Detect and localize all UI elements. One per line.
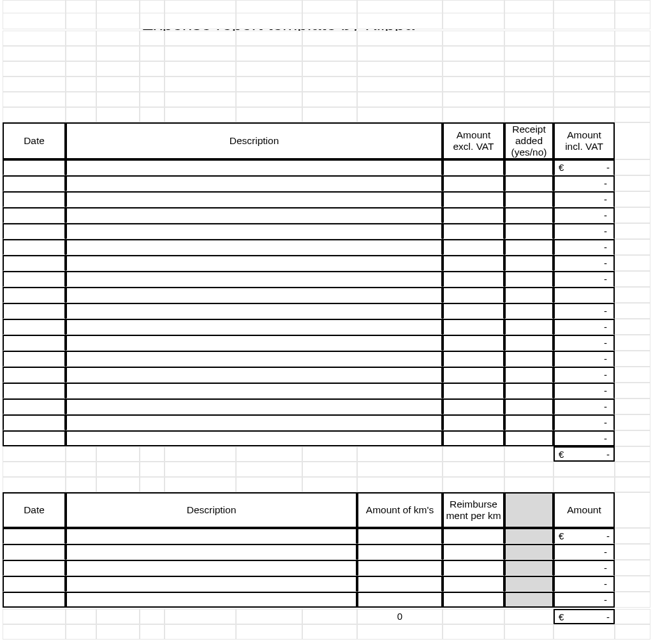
grid-cell[interactable]	[236, 462, 302, 477]
grid-cell[interactable]	[66, 477, 96, 492]
grid-cell[interactable]	[554, 61, 615, 77]
travel-cell[interactable]	[66, 560, 357, 576]
pocket-cell[interactable]	[504, 383, 554, 399]
grid-cell[interactable]	[443, 624, 504, 640]
travel-cell[interactable]	[357, 576, 443, 592]
pocket-cell[interactable]	[443, 223, 504, 239]
grid-cell[interactable]	[236, 107, 302, 122]
pocket-cell[interactable]: -	[554, 239, 615, 255]
pocket-cell[interactable]	[3, 207, 66, 223]
pocket-cell[interactable]	[504, 303, 554, 319]
grid-cell[interactable]	[615, 255, 650, 271]
grid-cell[interactable]	[66, 609, 96, 624]
pocket-cell[interactable]	[3, 351, 66, 367]
grid-cell[interactable]	[66, 462, 96, 477]
grid-cell[interactable]	[140, 13, 165, 29]
pocket-cell[interactable]: -	[554, 255, 615, 271]
grid-cell[interactable]	[96, 31, 140, 46]
grid-cell[interactable]	[236, 61, 302, 77]
grid-cell[interactable]	[615, 462, 650, 477]
grid-cell[interactable]	[165, 13, 236, 29]
grid-cell[interactable]	[66, 107, 96, 122]
travel-cell[interactable]	[443, 560, 504, 576]
grid-cell[interactable]	[443, 107, 504, 122]
pocket-cell[interactable]	[3, 319, 66, 335]
pocket-cell[interactable]	[443, 207, 504, 223]
pocket-cell[interactable]	[443, 335, 504, 351]
grid-cell[interactable]	[615, 430, 650, 446]
grid-cell[interactable]	[615, 414, 650, 430]
grid-cell[interactable]	[615, 544, 650, 560]
travel-cell[interactable]	[3, 544, 66, 560]
grid-cell[interactable]	[357, 46, 443, 61]
travel-cell[interactable]	[504, 560, 554, 576]
grid-cell[interactable]	[302, 609, 357, 624]
grid-cell[interactable]	[165, 624, 236, 640]
pocket-cell[interactable]	[443, 159, 504, 175]
pocket-cell[interactable]	[3, 175, 66, 191]
grid-cell[interactable]	[615, 477, 650, 492]
pocket-cell[interactable]	[3, 399, 66, 414]
pocket-cell[interactable]	[504, 351, 554, 367]
grid-cell[interactable]	[504, 46, 554, 61]
pocket-cell[interactable]: -	[554, 351, 615, 367]
grid-cell[interactable]	[3, 609, 66, 624]
grid-cell[interactable]	[96, 477, 140, 492]
grid-cell[interactable]	[443, 462, 504, 477]
pocket-cell[interactable]	[504, 414, 554, 430]
pocket-cell[interactable]	[443, 319, 504, 335]
travel-cell[interactable]	[66, 544, 357, 560]
grid-cell[interactable]	[615, 239, 650, 255]
grid-cell[interactable]	[615, 61, 650, 77]
grid-cell[interactable]	[615, 191, 650, 207]
grid-cell[interactable]	[96, 462, 140, 477]
pocket-cell[interactable]: -	[554, 319, 615, 335]
pocket-cell[interactable]	[504, 255, 554, 271]
grid-cell[interactable]	[165, 92, 236, 107]
grid-cell[interactable]	[615, 175, 650, 191]
travel-cell[interactable]	[66, 528, 357, 544]
grid-cell[interactable]	[302, 13, 357, 29]
grid-cell[interactable]	[302, 46, 357, 61]
grid-cell[interactable]	[236, 624, 302, 640]
grid-cell[interactable]	[615, 319, 650, 335]
grid-cell[interactable]	[140, 477, 165, 492]
pocket-cell[interactable]	[443, 351, 504, 367]
grid-cell[interactable]	[443, 77, 504, 92]
grid-cell[interactable]	[236, 92, 302, 107]
pocket-cell[interactable]	[504, 207, 554, 223]
pocket-cell[interactable]	[66, 175, 443, 191]
pocket-cell[interactable]: -	[554, 383, 615, 399]
pocket-cell[interactable]: -	[554, 367, 615, 383]
grid-cell[interactable]	[236, 77, 302, 92]
grid-cell[interactable]	[140, 92, 165, 107]
pocket-cell[interactable]	[66, 414, 443, 430]
grid-cell[interactable]	[615, 446, 650, 462]
travel-cell[interactable]	[3, 592, 66, 608]
pocket-cell[interactable]	[66, 207, 443, 223]
pocket-cell[interactable]	[443, 414, 504, 430]
travel-cell[interactable]	[357, 592, 443, 608]
grid-cell[interactable]	[3, 13, 66, 29]
grid-cell[interactable]	[554, 92, 615, 107]
grid-cell[interactable]	[504, 31, 554, 46]
pocket-cell[interactable]	[3, 239, 66, 255]
grid-cell[interactable]	[443, 61, 504, 77]
grid-cell[interactable]	[140, 46, 165, 61]
grid-cell[interactable]	[443, 46, 504, 61]
grid-cell[interactable]	[615, 13, 650, 29]
grid-cell[interactable]	[615, 287, 650, 303]
grid-cell[interactable]	[615, 528, 650, 544]
grid-cell[interactable]	[615, 77, 650, 92]
grid-cell[interactable]	[615, 159, 650, 175]
grid-cell[interactable]	[302, 31, 357, 46]
grid-cell[interactable]	[615, 492, 650, 528]
travel-cell[interactable]: -	[554, 576, 615, 592]
grid-cell[interactable]	[302, 77, 357, 92]
grid-cell[interactable]	[615, 399, 650, 414]
grid-cell[interactable]	[504, 61, 554, 77]
grid-cell[interactable]	[165, 61, 236, 77]
pocket-cell[interactable]: -	[554, 430, 615, 446]
pocket-cell[interactable]	[3, 223, 66, 239]
grid-cell[interactable]	[615, 624, 650, 640]
